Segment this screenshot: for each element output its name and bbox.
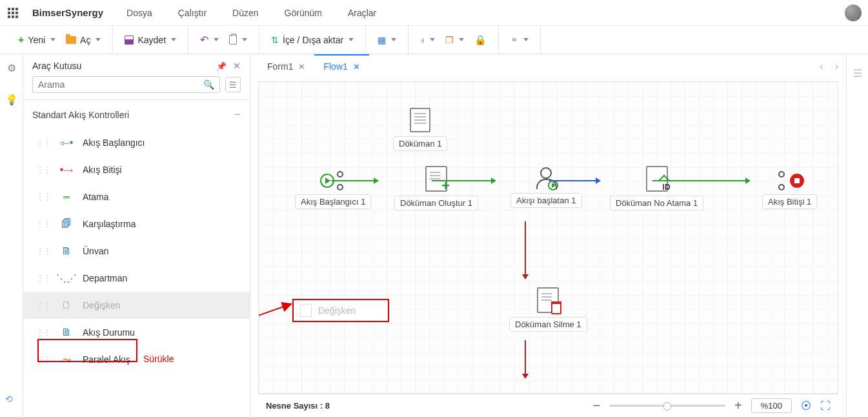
item-label: Akış Durumu: [83, 327, 135, 338]
toolbox-item[interactable]: ⋮⋮🗎Ünvan: [23, 238, 250, 265]
undo-button[interactable]: ↶: [195, 31, 224, 48]
menu-run[interactable]: Çalıştır: [178, 8, 207, 18]
menu-file[interactable]: Dosya: [126, 8, 152, 18]
save-button[interactable]: Kaydet: [119, 32, 181, 48]
toolbox-item[interactable]: ⋮⋮⋱⋰Departman: [23, 265, 250, 292]
hierarchy-button[interactable]: ⚭: [505, 32, 534, 48]
flow-arrow: [525, 340, 526, 378]
node-document[interactable]: Döküman 1: [393, 108, 447, 151]
toolbox-item[interactable]: ⋮⋮🗎Akış Durumu: [23, 319, 250, 346]
node-user-start[interactable]: Akışı başlatan 1: [510, 167, 582, 208]
flow-canvas[interactable]: Döküman 1 Akış Başlangıcı 1 Döküman Oluş…: [258, 81, 838, 394]
lock-button[interactable]: 🔒: [469, 32, 492, 48]
node-label: Döküman 1: [393, 136, 447, 151]
menu-view[interactable]: Görünüm: [285, 8, 322, 18]
ghost-label: Değişken: [318, 305, 356, 316]
grip-icon: ⋮⋮: [36, 138, 50, 147]
item-label: Atama: [83, 192, 108, 202]
workflow-icon[interactable]: ⟲: [5, 394, 13, 404]
avatar[interactable]: [845, 5, 862, 21]
plus-icon: +: [18, 34, 24, 46]
toolbar: +Yeni Aç Kaydet ↶ ⇅İçe / Dışa aktar ▦ ⫞ …: [0, 26, 868, 54]
close-tab-icon[interactable]: ✕: [298, 62, 305, 72]
collapse-icon[interactable]: −: [234, 108, 241, 121]
import-export-button[interactable]: ⇅İçe / Dışa aktar: [266, 32, 359, 48]
item-icon: ⋱⋰: [59, 271, 74, 285]
toolbox-item[interactable]: ⋮⋮═Atama: [23, 183, 250, 210]
grid-icon: ▦: [378, 35, 386, 45]
close-tab-icon[interactable]: ✕: [353, 62, 360, 72]
toolbox-item[interactable]: ⋮⋮🗐Karşılaştırma: [23, 210, 250, 238]
prev-tab-icon[interactable]: ‹: [820, 61, 823, 72]
document-delete-icon: [537, 287, 559, 313]
brand: BimserSynergy: [32, 7, 103, 18]
close-icon[interactable]: ✕: [233, 61, 241, 71]
tab-flow1[interactable]: Flow1✕: [314, 54, 368, 79]
layers-icon: ❐: [445, 35, 454, 45]
item-label: Ünvan: [83, 246, 108, 256]
toolbox-item[interactable]: ⋮⋮•⟞Akış Bitişi: [23, 156, 250, 183]
open-button[interactable]: Aç: [61, 32, 106, 48]
item-label: Departman: [83, 273, 127, 283]
toolbox-title: Araç Kutusu: [32, 61, 81, 71]
fullscreen-icon[interactable]: ⛶: [820, 400, 831, 412]
zoom-fit-icon[interactable]: ⦿: [801, 400, 811, 412]
menu-tools[interactable]: Araçlar: [348, 8, 376, 18]
layers-button[interactable]: ❐: [440, 32, 469, 48]
hierarchy-icon: ⚭: [510, 35, 518, 45]
toolbox-tab-icon[interactable]: ⚙: [7, 62, 16, 74]
status-bar: Nesne Sayısı : 8 − + %100 ⦿ ⛶: [258, 394, 838, 417]
align-button[interactable]: ⫞: [415, 32, 440, 48]
item-icon: 🗎: [59, 325, 74, 340]
folder-icon: [66, 36, 76, 44]
chevron-down-icon: [96, 38, 101, 41]
document-create-icon: [425, 166, 447, 192]
zoom-out-button[interactable]: −: [592, 398, 600, 413]
search-icon[interactable]: 🔍: [203, 79, 214, 90]
search-input[interactable]: [38, 79, 203, 90]
node-start[interactable]: Akış Başlangıcı 1: [295, 171, 371, 209]
tab-form1[interactable]: Form1✕: [258, 54, 314, 79]
idea-tab-icon[interactable]: 💡: [5, 94, 18, 106]
node-doc-delete[interactable]: Döküman Silme 1: [509, 287, 587, 332]
view-toggle-button[interactable]: ☰: [225, 77, 241, 92]
toolbox-item[interactable]: ⋮⋮⟜•Akış Başlangıcı: [23, 129, 250, 156]
variable-icon: [300, 304, 312, 317]
svg-line-0: [258, 304, 291, 345]
item-icon: ⟜•: [59, 136, 74, 150]
grip-icon: ⋮⋮: [36, 355, 50, 364]
category-header[interactable]: Standart Akış Kontrolleri −: [23, 100, 250, 129]
properties-tab-icon[interactable]: ☰: [853, 67, 862, 79]
toolbox-item[interactable]: ⋮⋮🗋Değişken: [23, 292, 250, 319]
apps-icon[interactable]: [6, 6, 19, 19]
main: ⚙ 💡 Araç Kutusu 📌 ✕ 🔍 ☰ Standart Akış Ko…: [0, 54, 868, 417]
zoom-in-button[interactable]: +: [734, 398, 742, 413]
grid-button[interactable]: ▦: [372, 32, 401, 48]
node-doc-create[interactable]: Döküman Oluştur 1: [394, 166, 478, 210]
node-label: Döküman No Atama 1: [610, 196, 703, 210]
right-rail: ☰: [846, 54, 868, 417]
clipboard-button[interactable]: [224, 32, 252, 47]
user-icon: [536, 167, 556, 189]
grip-icon: ⋮⋮: [36, 165, 50, 174]
pin-icon[interactable]: 📌: [216, 61, 227, 71]
clipboard-icon: [229, 35, 237, 45]
node-end[interactable]: Akış Bitişi 1: [762, 171, 817, 209]
node-label: Akış Bitişi 1: [762, 194, 817, 209]
item-label: Akış Bitişi: [83, 165, 122, 175]
node-label: Döküman Oluştur 1: [394, 196, 478, 210]
toolbox-item[interactable]: ⋮⋮⤳Paralel Akış: [23, 346, 250, 373]
menu-edit[interactable]: Düzen: [232, 8, 258, 18]
search-box[interactable]: 🔍: [32, 76, 220, 93]
grip-icon: ⋮⋮: [36, 274, 50, 283]
chevron-down-icon: [242, 38, 247, 41]
zoom-slider[interactable]: [609, 405, 725, 407]
node-doc-id[interactable]: Döküman No Atama 1: [610, 166, 703, 210]
new-button[interactable]: +Yeni: [13, 32, 61, 48]
toolbox-panel: Araç Kutusu 📌 ✕ 🔍 ☰ Standart Akış Kontro…: [23, 54, 250, 417]
item-label: Karşılaştırma: [83, 219, 136, 229]
chevron-down-icon: [171, 38, 176, 41]
import-export-icon: ⇅: [271, 35, 279, 45]
next-tab-icon[interactable]: ›: [835, 61, 838, 72]
chevron-down-icon: [430, 38, 435, 41]
